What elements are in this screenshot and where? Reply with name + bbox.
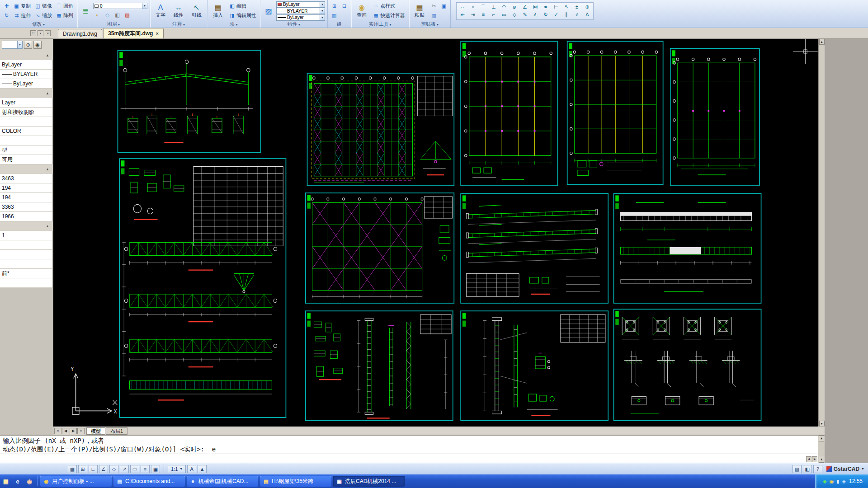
ribbon-button-rotate[interactable]: ↻ [2,12,11,19]
status-toggle-polar[interactable]: ∠ [99,465,108,473]
layout-tab-model[interactable]: 模型 [86,427,105,435]
layout-nav-button-0[interactable]: « [54,428,61,434]
quicklaunch-internet-explorer[interactable]: e [13,476,23,486]
toolbar-button-dim-angular[interactable]: ∠ [520,4,530,11]
palette-property-row[interactable] [0,136,53,145]
status-toggle-otrack[interactable]: ↗ [120,465,129,473]
canvas-scrollbar[interactable]: ▲ ▼ [818,39,825,427]
palette-property-row[interactable]: 1 [0,231,53,240]
toolbar-button-dim-tolerance[interactable]: ± [572,4,582,11]
ribbon-button-stretch[interactable]: ⇉拉伸 [12,12,32,19]
toolbar-button-dim-parallel[interactable]: ∥ [561,11,571,19]
quicklaunch-show-desktop[interactable]: ▦ [1,476,11,486]
ribbon-button-block-edit[interactable]: ◧编辑 [228,2,248,10]
toolbar-button-dim-quick[interactable]: ≍ [541,4,551,11]
status-toggle-dyn[interactable]: ▭ [130,465,139,473]
ribbon-button-insert-block[interactable]: ▤插入 [210,1,226,21]
palette-property-row[interactable] [0,250,53,259]
cad-drawing[interactable]: YX [53,39,818,427]
layout-tab-layout1[interactable]: 布局1 [106,427,127,435]
status-toggle-ortho[interactable]: ∟ [89,465,98,473]
drawing-canvas[interactable]: YX ▲ ▼ [53,39,825,427]
layout-nav-button-3[interactable]: » [77,428,85,434]
ribbon-button-measure[interactable]: ◉查询 [354,1,370,21]
toolbar-button-dim-update[interactable]: ↻ [541,11,551,19]
document-tab-drawing1[interactable]: Drawing1.dwg [58,29,102,38]
task-documents[interactable]: ▤C:\Documents and... [113,476,185,487]
workspace-switch[interactable]: GstarCAD ▼ [826,466,864,472]
ribbon-button-leader[interactable]: ↖引线 [189,1,205,21]
status-toggle-model-space[interactable]: ▣ [151,465,160,473]
palette-section-row[interactable]: ▲ [0,221,53,231]
ribbon-button-copy-clip[interactable]: ▣ [439,2,448,10]
ribbon-button-layer-color[interactable]: ▨ [123,11,132,19]
layout-nav-button-1[interactable]: ◀ [62,428,69,434]
ribbon-button-linear-dimension[interactable]: ↔线性 [170,1,187,21]
palette-property-row[interactable]: 前* [0,269,53,278]
ribbon-button-paste-special[interactable]: ▥ [429,12,438,19]
palette-property-row[interactable]: 可用 [0,155,53,164]
toolbar-button-dim-arc-length[interactable]: ⌒ [478,4,488,11]
palette-property-row[interactable]: 射和接收阴影 [0,108,53,117]
command-hscroll[interactable]: ◀ ▶ [806,456,817,462]
scroll-right-icon[interactable]: ▶ [812,456,817,462]
status-toggle-annotation-auto[interactable]: ▲ [198,465,207,473]
toolbar-button-dim-edit[interactable]: ✎ [520,11,530,19]
palette-property-row[interactable]: 型 [0,145,53,155]
palette-dock-icon[interactable]: □ [30,30,36,36]
status-toggle-osnap[interactable]: ◇ [109,465,118,473]
ribbon-button-point-style[interactable]: ∴点样式 [372,2,396,10]
toolbar-button-dim-inspect[interactable]: ◇ [509,11,519,19]
status-toggle-grid[interactable]: ⊞ [78,465,87,473]
quicklaunch-media-player[interactable]: ◉ [24,476,34,486]
palette-property-row[interactable]: 3463 [0,174,53,183]
ribbon-button-fillet[interactable]: ⌒圆角 [55,2,75,10]
command-scrollbar[interactable]: ▲ ▼ [818,436,825,463]
toolbar-button-dim-break[interactable]: ⇤ [458,11,467,19]
task-ie-machine-cad[interactable]: e机械帝国|机械CAD... [187,476,258,487]
toolbar-button-dim-text-edit[interactable]: A [582,11,592,19]
scroll-down-icon[interactable]: ▼ [819,457,824,463]
scroll-left-icon[interactable]: ◀ [806,456,811,462]
ribbon-button-scale[interactable]: ↘缩放 [33,12,53,19]
palette-section-row[interactable]: ▲ [0,164,53,174]
status-toggle-lineweight[interactable]: ≡ [141,465,150,473]
toolbar-button-dim-space[interactable]: ≡ [478,11,488,19]
palette-property-row[interactable] [0,117,53,127]
scroll-up-icon[interactable]: ▲ [819,436,824,441]
palette-section-row[interactable]: ▲ [0,89,53,98]
toolbar-button-dim-jogged[interactable]: ⋈ [530,4,540,11]
ribbon-button-layer-on[interactable]: ◐ [93,11,102,19]
toolbar-button-dim-baseline[interactable]: ⊢ [551,4,561,11]
ribbon-button-paste[interactable]: ▤粘贴 [411,1,428,21]
palette-property-row[interactable] [0,278,53,288]
status-button-toolbar-switch[interactable]: ▤ [793,465,802,473]
ribbon-button-mirror[interactable]: ◫镜像 [33,2,53,10]
toolbar-button-dim-symbol[interactable]: ⊕ [582,4,592,11]
ribbon-button-layer-freeze[interactable]: ◇ [103,11,112,19]
palette-button-quick-select[interactable]: ⊕ [24,41,32,49]
palette-type-combo[interactable]: ▼ [2,41,23,49]
close-icon[interactable]: × [156,31,158,36]
palette-autohide-icon[interactable]: ▪ [38,30,43,36]
ribbon-button-edit-attribute[interactable]: ◨编辑属性 [228,12,258,19]
toolbar-button-dim-leader[interactable]: ↖ [561,4,571,11]
toolbar-button-dim-linear[interactable]: ↔ [458,4,467,11]
document-tab-workshop-35m[interactable]: 35m跨度车间.dwg× [103,28,164,38]
palette-property-row[interactable]: Layer [0,98,53,108]
command-line[interactable]: 输入比例因子 (nX 或 nXP)，或者动态(D)/范围(E)/上一个(P)/比… [0,435,825,463]
palette-property-row[interactable]: ByLayer [0,60,53,70]
ribbon-button-layer-lock[interactable]: ◧ [113,11,122,19]
palette-property-row[interactable]: COLOR [0,127,53,136]
palette-property-row[interactable]: 1966 [0,212,53,221]
ribbon-button-copy[interactable]: ▣复制 [12,2,32,10]
status-toggle-snap[interactable]: ▦ [68,465,77,473]
palette-property-row[interactable]: ByLayer [0,79,53,89]
toolbar-button-dim-radius[interactable]: ◠ [499,4,509,11]
toolbar-button-dim-style[interactable]: ▭ [499,11,509,19]
ribbon-combo-color[interactable]: ByLayer▼ [276,1,325,8]
palette-property-row[interactable] [0,240,53,250]
ribbon-combo-linetype[interactable]: BYLAYER▼ [276,8,325,14]
palette-property-row[interactable]: 3363 [0,202,53,212]
task-gstarcad[interactable]: ▣浩辰CAD机械2014 ... [333,476,405,487]
